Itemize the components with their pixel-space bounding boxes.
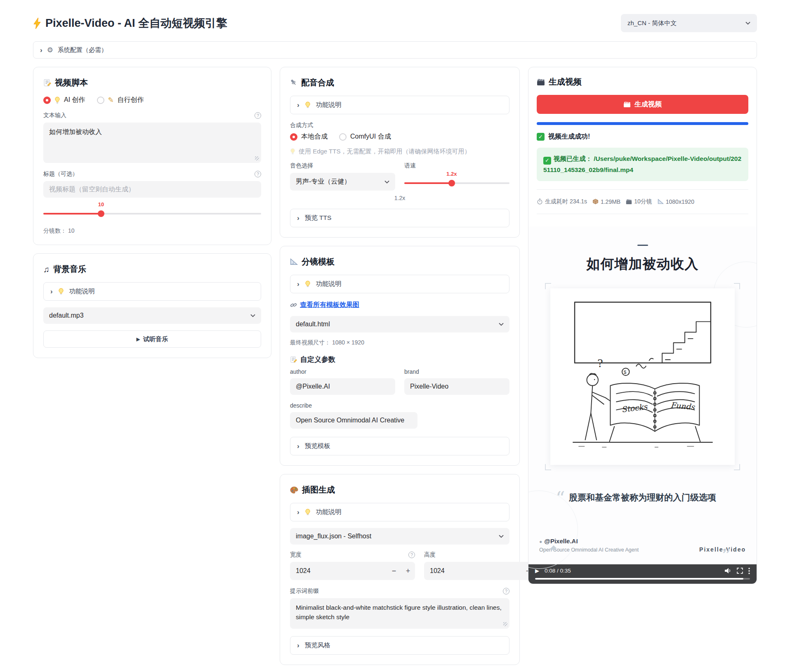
- divider: [537, 189, 748, 190]
- describe-input[interactable]: [290, 412, 417, 429]
- tts-preview-accordion[interactable]: › 预览 TTS: [290, 209, 509, 227]
- author-input[interactable]: [290, 378, 395, 395]
- script-text-input[interactable]: 如何增加被动收入: [43, 123, 261, 163]
- style-preview-accordion[interactable]: › 预览风格: [290, 636, 509, 655]
- voice-select[interactable]: 男声-专业（云健）: [290, 173, 395, 191]
- tts-help-accordion[interactable]: › 功能说明: [290, 96, 509, 114]
- workflow-select[interactable]: image_flux.json - Selfhost: [290, 528, 509, 545]
- tts-help-label: 功能说明: [316, 101, 342, 109]
- script-panel-title: 视频脚本: [55, 77, 88, 88]
- generate-video-button[interactable]: 生成视频: [537, 95, 748, 114]
- video-title-input[interactable]: [43, 181, 261, 198]
- more-options-icon[interactable]: [748, 568, 750, 574]
- width-input[interactable]: [290, 567, 387, 575]
- triangle-ruler-icon: [290, 258, 298, 265]
- music-help-accordion[interactable]: › 功能说明: [43, 282, 261, 301]
- radio-ai-create[interactable]: AI 创作: [43, 96, 85, 104]
- brand-input[interactable]: [404, 378, 509, 395]
- check-icon: ✓: [543, 157, 551, 165]
- stats-row: 生成耗时 234.1s 1.29MB 10分镜: [537, 198, 748, 205]
- language-select[interactable]: zh_CN - 简体中文: [621, 14, 757, 32]
- frame-corner: [545, 464, 551, 470]
- column-left: 视频脚本 AI 创作 ✎ 自行创作: [33, 67, 271, 358]
- play-button[interactable]: ▶: [535, 568, 539, 573]
- brand-field: brand: [404, 368, 509, 395]
- shots-info: 分镜数： 10: [43, 227, 261, 235]
- system-config-label: 系统配置（必需）: [58, 46, 107, 54]
- result-box: ✓视频已生成： /Users/puke/Workspace/Pixelle-Vi…: [537, 148, 748, 181]
- height-input[interactable]: [424, 567, 521, 575]
- seek-bar[interactable]: [535, 578, 750, 580]
- illustration-help-accordion[interactable]: › 功能说明: [290, 503, 509, 521]
- help-icon[interactable]: ?: [503, 588, 509, 594]
- clapper-icon: [537, 78, 545, 86]
- svg-text:$: $: [623, 369, 626, 375]
- prompt-prefix-input[interactable]: Minimalist black-and-white matchstick fi…: [290, 598, 509, 629]
- chevron-down-icon: [745, 21, 750, 25]
- frame-corner: [734, 283, 740, 289]
- system-config-accordion[interactable]: › ⚙ 系统配置（必需）: [33, 41, 757, 59]
- music-help-label: 功能说明: [69, 287, 95, 296]
- fullscreen-icon[interactable]: [737, 568, 743, 574]
- speed-field: 语速 1.2x: [404, 162, 509, 191]
- play-icon: ▶: [137, 337, 140, 342]
- timer-icon: [537, 198, 543, 205]
- speed-caption: 1.2x: [290, 195, 509, 201]
- volume-icon[interactable]: [724, 568, 731, 574]
- clapper-icon: [623, 101, 631, 108]
- width-field: 宽度 ? − +: [290, 551, 415, 580]
- radio-local-synth[interactable]: 本地合成: [290, 132, 328, 141]
- success-text: 视频生成成功!: [548, 132, 590, 141]
- stat-filesize: 1.29MB: [592, 198, 620, 205]
- video-size-info: 最终视频尺寸： 1080 × 1920: [290, 339, 509, 347]
- templates-gallery-link[interactable]: 查看所有模板效果图: [300, 301, 359, 309]
- template-preview-accordion[interactable]: › 预览模板: [290, 437, 509, 455]
- template-file-select[interactable]: default.html: [290, 316, 509, 332]
- stat-resolution: 1080x1920: [658, 198, 694, 205]
- link-icon: [290, 302, 297, 309]
- template-file-value: default.html: [296, 321, 330, 328]
- chevron-down-icon: [384, 180, 389, 184]
- shots-slider[interactable]: 10: [43, 210, 261, 217]
- music-note-icon: ♫: [43, 265, 50, 274]
- sketch-illustration: ? $ Stocks: [554, 292, 732, 462]
- play-music-button[interactable]: ▶ 试听音乐: [43, 330, 261, 348]
- synth-method-label: 合成方式: [290, 122, 313, 129]
- bulb-icon: [305, 281, 311, 288]
- radio-comfyui-synth-label: ComfyUI 合成: [350, 132, 391, 141]
- music-panel: ♫ 背景音乐 › 功能说明 default.mp3: [33, 253, 271, 358]
- video-player[interactable]: “ ” 如何增加被动收入: [528, 226, 757, 584]
- triangle-ruler-icon: [658, 199, 664, 204]
- writing-hand-icon: ✎: [108, 97, 114, 104]
- help-icon[interactable]: ?: [255, 171, 261, 177]
- tts-panel-title: 配音合成: [301, 77, 334, 88]
- music-file-select[interactable]: default.mp3: [43, 307, 261, 324]
- language-value: zh_CN - 简体中文: [627, 19, 677, 27]
- radio-self-create[interactable]: ✎ 自行创作: [97, 96, 144, 104]
- music-panel-title: 背景音乐: [53, 264, 86, 275]
- chevron-right-icon: ›: [297, 281, 299, 288]
- chevron-down-icon: [250, 314, 255, 317]
- radio-comfyui-synth[interactable]: ComfyUI 合成: [339, 132, 391, 141]
- slider-thumb[interactable]: [448, 180, 455, 186]
- column-right: 生成视频 生成视频 ✓ 视频生成成功! ✓视频已生成： /Users/puke/…: [528, 67, 757, 584]
- help-icon[interactable]: ?: [255, 112, 261, 119]
- help-icon[interactable]: ?: [408, 552, 415, 558]
- increment-button[interactable]: +: [401, 567, 415, 575]
- bulb-icon: [54, 97, 60, 104]
- voice-field: 音色选择 男声-专业（云健）: [290, 162, 395, 191]
- palette-icon: [290, 486, 298, 494]
- template-help-accordion[interactable]: › 功能说明: [290, 275, 509, 293]
- workflow-value: image_flux.json - Selfhost: [296, 533, 371, 540]
- tts-panel: 配音合成 › 功能说明 合成方式 本地合成: [280, 67, 520, 238]
- style-preview-label: 预览风格: [305, 641, 330, 650]
- slider-thumb[interactable]: [98, 210, 104, 217]
- illustration-panel-title: 插图生成: [302, 484, 335, 495]
- video-caption: 股票和基金常被称为理财的入门级选项: [545, 490, 740, 505]
- decrement-button[interactable]: −: [387, 567, 401, 575]
- chevron-right-icon: ›: [40, 47, 42, 54]
- chevron-right-icon: ›: [50, 288, 53, 295]
- speed-slider[interactable]: 1.2x: [404, 179, 509, 187]
- chevron-right-icon: ›: [297, 443, 299, 450]
- column-middle: 配音合成 › 功能说明 合成方式 本地合成: [280, 67, 520, 665]
